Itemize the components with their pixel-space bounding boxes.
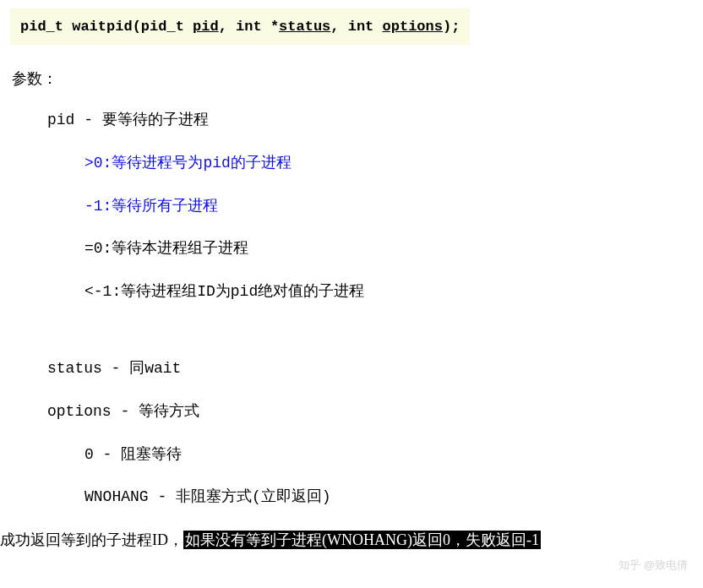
- watermark: 知乎 @致电倩: [619, 557, 688, 558]
- ret-type: pid_t: [20, 19, 63, 35]
- status-param-desc: status - 同wait: [47, 357, 703, 381]
- fn-name: waitpid: [72, 19, 132, 35]
- function-signature: pid_t waitpid(pid_t pid, int *status, in…: [10, 8, 470, 45]
- arg1-type: pid_t: [141, 19, 184, 35]
- arg1-name: pid: [193, 19, 219, 35]
- opt-wnohang: WNOHANG - 非阻塞方式(立即返回): [84, 485, 703, 509]
- pid-param-desc: pid - 要等待的子进程: [47, 108, 703, 133]
- pid-eq0: =0:等待本进程组子进程: [84, 237, 703, 261]
- arg2-type: int *: [236, 19, 279, 35]
- arg3-type: int: [348, 19, 374, 35]
- pid-gt0: >0:等待进程号为pid的子进程: [84, 151, 703, 176]
- bottom-highlight: 如果没有等到子进程(WNOHANG)返回0，失败返回-1: [183, 531, 541, 549]
- opt-0: 0 - 阻塞等待: [84, 443, 703, 467]
- return-desc: 成功返回等到的子进程ID，如果没有等到子进程(WNOHANG)返回0，失败返回-…: [0, 528, 703, 553]
- bottom-prefix: 成功返回等到的子进程ID，: [0, 531, 183, 548]
- arg2-name: status: [279, 19, 330, 35]
- params-label: 参数：: [12, 67, 703, 91]
- tail: );: [443, 19, 460, 35]
- pid-lt-neg1: <-1:等待进程组ID为pid绝对值的子进程: [84, 280, 703, 304]
- pid-neg1: -1:等待所有子进程: [84, 194, 703, 219]
- arg3-name: options: [383, 19, 443, 35]
- options-param-desc: options - 等待方式: [47, 400, 703, 424]
